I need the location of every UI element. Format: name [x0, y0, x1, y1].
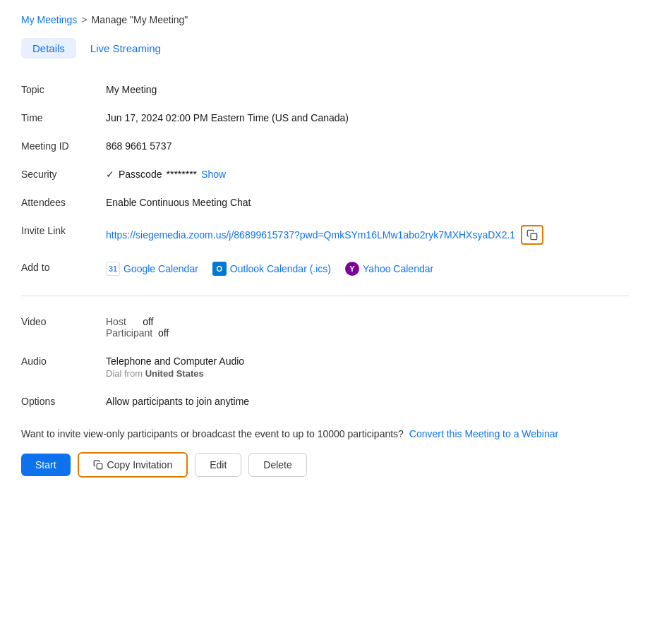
svg-rect-0: [531, 233, 537, 240]
row-topic: Topic My Meeting: [21, 75, 629, 104]
security-value: ✓ Passcode ******** Show: [106, 160, 629, 188]
audio-label: Audio: [21, 347, 106, 387]
outlook-calendar-label: Outlook Calendar (.ics): [230, 263, 331, 274]
yahoo-calendar-icon: Y: [345, 262, 359, 276]
convert-webinar-link[interactable]: Convert this Meeting to a Webinar: [409, 428, 558, 439]
audio-value: Telephone and Computer Audio Dial from U…: [106, 347, 629, 387]
settings-table: Video Host off Participant off: [21, 308, 629, 415]
video-label: Video: [21, 308, 106, 347]
attendees-label: Attendees: [21, 188, 106, 217]
delete-button[interactable]: Delete: [248, 453, 306, 477]
time-label: Time: [21, 104, 106, 132]
section-divider: [21, 296, 629, 296]
breadcrumb-current: Manage "My Meeting": [92, 14, 188, 25]
webinar-banner: Want to invite view-only participants or…: [21, 428, 629, 439]
invite-link-label: Invite Link: [21, 217, 106, 253]
google-calendar-link[interactable]: 31 Google Calendar: [106, 262, 198, 276]
dial-from-label: Dial from: [106, 368, 143, 379]
yahoo-calendar-link[interactable]: Y Yahoo Calendar: [345, 262, 433, 276]
row-security: Security ✓ Passcode ******** Show: [21, 160, 629, 188]
copy-invite-link-button[interactable]: [521, 225, 543, 245]
copy-icon: [526, 229, 538, 241]
options-label: Options: [21, 387, 106, 415]
invite-url: https://siegemedia.zoom.us/j/86899615737…: [106, 229, 515, 241]
breadcrumb-parent[interactable]: My Meetings: [21, 14, 77, 25]
options-value: Allow participants to join anytime: [106, 387, 629, 415]
row-time: Time Jun 17, 2024 02:00 PM Eastern Time …: [21, 104, 629, 132]
edit-button[interactable]: Edit: [195, 453, 241, 477]
tab-bar: Details Live Streaming: [21, 38, 629, 59]
audio-type: Telephone and Computer Audio: [106, 356, 629, 367]
row-add-to: Add to 31 Google Calendar O Outlook Cale…: [21, 253, 629, 284]
row-attendees: Attendees Enable Continuous Meeting Chat: [21, 188, 629, 217]
passcode-label: Passcode: [119, 169, 162, 180]
outlook-calendar-link[interactable]: O Outlook Calendar (.ics): [212, 262, 331, 276]
row-video: Video Host off Participant off: [21, 308, 629, 347]
topic-label: Topic: [21, 75, 106, 104]
svg-rect-1: [97, 463, 102, 469]
dial-from-location: United States: [145, 368, 204, 379]
invite-link-cell: https://siegemedia.zoom.us/j/86899615737…: [106, 217, 629, 253]
breadcrumb-separator: >: [81, 14, 87, 25]
topic-value: My Meeting: [106, 75, 629, 104]
breadcrumb: My Meetings > Manage "My Meeting": [21, 14, 629, 25]
host-label: Host: [106, 316, 126, 327]
meeting-id-value: 868 9661 5737: [106, 132, 629, 160]
meeting-id-label: Meeting ID: [21, 132, 106, 160]
details-table: Topic My Meeting Time Jun 17, 2024 02:00…: [21, 75, 629, 284]
tab-details[interactable]: Details: [21, 38, 76, 59]
add-to-label: Add to: [21, 253, 106, 284]
google-calendar-icon: 31: [106, 262, 120, 276]
row-invite-link: Invite Link https://siegemedia.zoom.us/j…: [21, 217, 629, 253]
time-value: Jun 17, 2024 02:00 PM Eastern Time (US a…: [106, 104, 629, 132]
show-passcode-link[interactable]: Show: [201, 169, 226, 180]
copy-invitation-label: Copy Invitation: [107, 459, 173, 470]
outlook-calendar-icon: O: [212, 262, 227, 276]
passcode-stars: ********: [166, 169, 197, 180]
audio-dial: Dial from United States: [106, 368, 629, 379]
attendees-value: Enable Continuous Meeting Chat: [106, 188, 629, 217]
video-value: Host off Participant off: [106, 308, 629, 347]
copy-invitation-button[interactable]: Copy Invitation: [78, 452, 188, 478]
copy-invitation-icon: [93, 460, 103, 470]
webinar-text: Want to invite view-only participants or…: [21, 428, 404, 439]
bottom-actions: Start Copy Invitation Edit Delete: [21, 452, 629, 478]
participant-label: Participant: [106, 327, 152, 339]
host-value: off: [143, 316, 153, 327]
row-options: Options Allow participants to join anyti…: [21, 387, 629, 415]
start-button[interactable]: Start: [21, 454, 71, 476]
passcode-check: ✓: [106, 169, 114, 180]
participant-value: off: [158, 327, 169, 339]
row-meeting-id: Meeting ID 868 9661 5737: [21, 132, 629, 160]
google-calendar-label: Google Calendar: [124, 263, 198, 274]
tab-live-streaming[interactable]: Live Streaming: [79, 38, 172, 59]
row-audio: Audio Telephone and Computer Audio Dial …: [21, 347, 629, 387]
security-label: Security: [21, 160, 106, 188]
yahoo-calendar-label: Yahoo Calendar: [363, 263, 433, 274]
calendar-links: 31 Google Calendar O Outlook Calendar (.…: [106, 253, 629, 284]
